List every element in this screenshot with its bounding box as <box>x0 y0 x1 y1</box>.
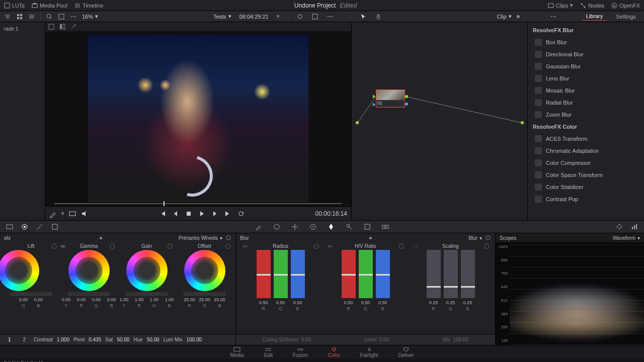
offset-reset[interactable] <box>225 244 230 249</box>
waveform-scope[interactable]: 1023896768640512384256128 <box>496 242 644 345</box>
prev-frame-icon[interactable] <box>172 210 180 218</box>
fx-item[interactable]: Gaussian Blur <box>528 60 644 72</box>
graph-input-dot[interactable] <box>356 121 359 124</box>
zoom-dropdown[interactable]: 16%▾ <box>82 13 98 20</box>
fullscreen-icon[interactable] <box>311 13 318 20</box>
fx-item[interactable]: Lens Blur <box>528 72 644 84</box>
scaling-b-slider[interactable] <box>461 250 475 298</box>
fairlight-page-tab[interactable]: Fairlight <box>360 347 378 359</box>
fx-item[interactable]: Directional Blur <box>528 48 644 60</box>
timecode-display[interactable]: 08:04:29:21 <box>239 14 269 20</box>
node-output-blue[interactable] <box>405 103 408 106</box>
fx-item[interactable]: Color Compressor <box>528 157 644 169</box>
graph-output-dot[interactable] <box>521 121 524 124</box>
wheels-mode-dropdown[interactable]: Primaries Wheels▾ <box>179 235 222 241</box>
fx-item[interactable]: Box Blur <box>528 36 644 48</box>
lift-reset[interactable] <box>52 244 57 249</box>
gamma-reset[interactable] <box>110 244 115 249</box>
pivot-value[interactable]: 0.435 <box>89 337 101 342</box>
wand-icon[interactable] <box>70 24 76 30</box>
next-frame-icon[interactable] <box>211 210 219 218</box>
scopes-icon[interactable] <box>630 222 639 231</box>
keyframe-icon[interactable] <box>615 222 624 231</box>
sort-icon[interactable] <box>4 13 11 20</box>
node-graph[interactable]: 01 <box>351 22 527 220</box>
fx-item[interactable]: ACES Transform <box>528 133 644 145</box>
offset-wheel[interactable] <box>184 250 225 291</box>
first-frame-icon[interactable] <box>158 210 167 218</box>
list-icon[interactable] <box>28 13 35 20</box>
radius-reset[interactable] <box>314 244 319 249</box>
stereo-icon[interactable] <box>381 222 390 231</box>
fx-item[interactable]: Radial Blur <box>528 97 644 109</box>
scopes-mode-dropdown[interactable]: Waveform▾ <box>613 235 640 241</box>
expand-icon[interactable] <box>58 13 65 20</box>
sat-value[interactable]: 50.00 <box>117 337 129 342</box>
key-icon[interactable] <box>345 222 354 231</box>
qualifier-icon[interactable] <box>48 24 54 30</box>
stop-icon[interactable] <box>185 210 193 218</box>
mute-icon[interactable] <box>80 210 89 218</box>
hvratio-r-slider[interactable] <box>342 250 356 298</box>
image-wipe-icon[interactable] <box>68 210 76 218</box>
radius-g-slider[interactable] <box>274 250 288 298</box>
curves-icon[interactable] <box>35 222 44 231</box>
color-wheels-icon[interactable] <box>20 222 29 231</box>
loop-icon[interactable] <box>237 210 245 218</box>
wheels-reset-icon[interactable] <box>225 235 231 241</box>
hvratio-g-slider[interactable] <box>359 250 373 298</box>
lift-wheel[interactable] <box>0 250 39 291</box>
highlight-icon[interactable] <box>296 13 303 20</box>
split-icon[interactable] <box>59 24 65 30</box>
scaling-r-slider[interactable] <box>427 250 441 298</box>
gain-reset[interactable] <box>168 244 173 249</box>
gamma-link-icon[interactable] <box>60 243 66 249</box>
blur-icon[interactable] <box>327 222 336 231</box>
clip-dropdown[interactable]: Clip▾ <box>497 13 512 20</box>
viewer-scrubber[interactable] <box>54 203 342 204</box>
fx-item[interactable]: Color Space Transform <box>528 169 644 181</box>
hand-tool-icon[interactable] <box>375 13 382 20</box>
timeline-button[interactable]: Timeline <box>74 3 103 9</box>
scaling-g-slider[interactable] <box>444 250 458 298</box>
corrector-node[interactable]: 01 <box>376 89 405 108</box>
radius-b-slider[interactable] <box>291 250 305 298</box>
blur-mode-dropdown[interactable]: Blur▾ <box>468 235 482 241</box>
play-icon[interactable] <box>198 210 206 218</box>
scaling-link-icon[interactable] <box>412 243 418 249</box>
nodes-button[interactable]: Nodes <box>580 3 604 9</box>
radius-r-slider[interactable] <box>257 250 271 298</box>
last-frame-icon[interactable] <box>224 210 232 218</box>
gain-master-slider[interactable] <box>126 292 168 296</box>
blur-reset-icon[interactable] <box>485 235 491 241</box>
search-icon[interactable] <box>46 13 53 20</box>
fx-item[interactable]: Chromatic Adaptation <box>528 145 644 157</box>
camera-raw-icon[interactable] <box>5 222 14 231</box>
params-tab-2[interactable]: 2 <box>19 337 30 342</box>
clips-button[interactable]: Clips▾ <box>548 2 573 9</box>
arrow-tool-icon[interactable] <box>360 13 367 20</box>
more-icon[interactable] <box>550 13 557 20</box>
radius-link-icon[interactable] <box>242 243 248 249</box>
luts-button[interactable]: LUTs <box>4 3 25 9</box>
qualifier-icon[interactable] <box>254 222 263 231</box>
fx-item[interactable]: Contrast Pop <box>528 193 644 205</box>
sizing-icon[interactable] <box>363 222 372 231</box>
gamma-wheel[interactable] <box>68 250 110 291</box>
scaling-reset[interactable] <box>484 244 489 249</box>
window-icon[interactable] <box>272 222 281 231</box>
tests-dropdown[interactable]: Tests▾ <box>213 13 231 20</box>
picker-icon[interactable] <box>49 210 57 218</box>
library-tab[interactable]: Library <box>582 12 607 21</box>
edit-page-tab[interactable]: Edit <box>264 347 273 359</box>
node-output-dot[interactable] <box>405 95 408 98</box>
fx-item[interactable]: Zoom Blur <box>528 109 644 121</box>
color-page-tab[interactable]: Color <box>328 347 340 359</box>
media-pool-button[interactable]: Media Pool <box>32 3 67 9</box>
gamma-master-slider[interactable] <box>68 292 110 296</box>
viewer-image[interactable] <box>88 35 308 203</box>
media-page-tab[interactable]: Media <box>230 347 244 359</box>
params-tab-1[interactable]: 1 <box>4 337 15 342</box>
openfx-button[interactable]: fx OpenFX <box>611 3 640 9</box>
offset-master-slider[interactable] <box>184 292 226 296</box>
